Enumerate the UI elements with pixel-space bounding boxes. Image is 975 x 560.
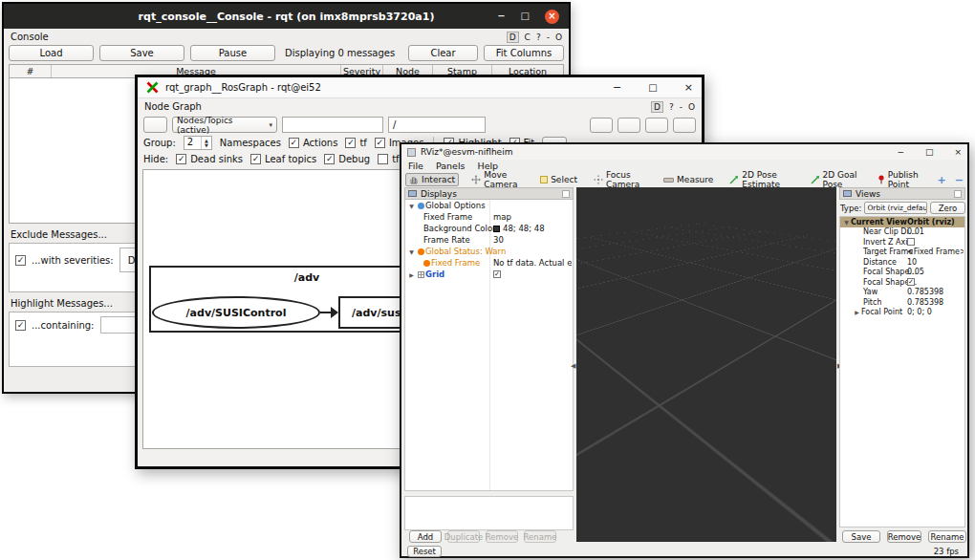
checkbox[interactable]: ✓ — [176, 154, 186, 164]
dock-button[interactable]: ? — [536, 32, 541, 42]
zero-button[interactable]: Zero — [930, 202, 965, 214]
clear-button[interactable]: Clear — [408, 45, 478, 61]
checkbox[interactable] — [907, 238, 915, 246]
pause-button[interactable]: Pause — [190, 45, 275, 61]
property-value[interactable]: 48; 48; 48 — [493, 224, 572, 233]
dock-button[interactable]: D — [507, 32, 519, 43]
checkbox[interactable]: ✓ — [324, 154, 335, 164]
checkbox[interactable]: ✓ — [907, 278, 915, 286]
topic-filter-input[interactable]: / — [388, 117, 486, 133]
property-value[interactable]: 0.785398 — [907, 288, 964, 296]
property-value[interactable]: ✓ — [493, 270, 572, 278]
view-row[interactable]: Distance 10 — [840, 257, 964, 268]
view-row[interactable]: Focal Shape... 0.05 — [840, 268, 964, 278]
rename-display-button[interactable]: Rename — [524, 530, 556, 543]
graph-type-combo[interactable]: Nodes/Topics (active) ▾ — [172, 117, 277, 133]
remove-view-button[interactable]: Remove — [887, 530, 921, 543]
duplicate-display-button[interactable]: Duplicate — [447, 530, 480, 543]
float-panel-button[interactable] — [954, 190, 962, 198]
fit-columns-button[interactable]: Fit Columns — [484, 45, 564, 61]
minimize-icon[interactable]: − — [497, 11, 505, 21]
maximize-icon[interactable]: □ — [925, 147, 934, 157]
expander-icon[interactable]: ▼ — [407, 248, 416, 255]
menu-file[interactable]: File — [408, 161, 423, 171]
dead-sinks-checkbox-item[interactable]: ✓ Dead sinks — [176, 154, 243, 164]
dock-button[interactable]: ? — [669, 102, 674, 112]
add-tool-button[interactable]: + — [938, 175, 946, 185]
debug-checkbox-item[interactable]: ✓ Debug — [324, 154, 370, 164]
render-viewport[interactable] — [576, 187, 836, 542]
property-value[interactable]: No tf data. Actual error: ... — [493, 258, 572, 268]
dock-button[interactable]: D — [651, 101, 663, 113]
expander-icon[interactable]: ▼ — [842, 219, 851, 226]
view-row[interactable]: Focal Shape... ✓ — [840, 277, 964, 288]
view-row[interactable]: ▶ Focal Point 0; 0; 0 — [840, 308, 964, 318]
remove-display-button[interactable]: Remove — [486, 530, 518, 543]
actions-checkbox-item[interactable]: ✓ Actions — [289, 138, 338, 148]
property-value[interactable]: <Fixed Frame> — [907, 248, 964, 256]
displays-panel-header[interactable]: Displays — [404, 187, 574, 200]
tf-hide-checkbox-item[interactable]: tf — [378, 154, 399, 164]
property-row[interactable]: ▶ Grid ✓ — [405, 269, 573, 280]
rename-view-button[interactable]: Rename — [928, 530, 966, 543]
graph-action-button[interactable] — [673, 118, 696, 133]
remove-tool-button[interactable]: − — [955, 175, 964, 185]
checkbox[interactable] — [378, 154, 388, 164]
dock-button[interactable]: - — [680, 102, 682, 112]
checkbox[interactable]: ✓ — [250, 154, 261, 164]
dock-button[interactable]: O — [688, 102, 695, 112]
maximize-icon[interactable]: □ — [648, 82, 657, 93]
tf-group-checkbox-item[interactable]: ✓ tf — [345, 138, 366, 148]
expander-icon[interactable]: ▶ — [407, 271, 416, 278]
property-row[interactable]: ▼ Global Status: Warn — [405, 246, 573, 257]
group-depth-spinner[interactable]: 2 ▲ ▼ — [184, 136, 212, 150]
graph-action-button[interactable] — [590, 118, 613, 133]
view-row[interactable]: ▼ Current View Orbit (rviz) — [840, 217, 964, 227]
save-button[interactable]: Save — [99, 45, 184, 61]
view-row[interactable]: Yaw 0.785398 — [840, 288, 964, 298]
property-value[interactable]: 0.05 — [907, 268, 964, 276]
interact-tool[interactable]: Interact — [405, 173, 459, 186]
column-header[interactable]: # — [10, 65, 52, 77]
titlebar[interactable]: rqt_graph__RosGraph - rqt@ei52 − □ × — [138, 77, 702, 98]
maximize-icon[interactable]: □ — [521, 11, 530, 21]
view-row[interactable]: Invert Z Axis — [840, 237, 964, 248]
expander-icon[interactable]: ▶ — [853, 309, 861, 315]
view-row[interactable]: Pitch 0.785398 — [840, 297, 964, 308]
property-value[interactable]: 0; 0; 0 — [907, 308, 964, 316]
spinner-arrows[interactable]: ▲ ▼ — [201, 137, 211, 149]
property-value[interactable]: map — [493, 212, 572, 222]
checkbox[interactable]: ✓ — [375, 138, 385, 148]
node-filter-input[interactable] — [282, 117, 383, 133]
dock-button[interactable]: O — [555, 32, 562, 42]
minimize-icon[interactable]: − — [897, 147, 904, 157]
property-value[interactable]: 10 — [907, 258, 964, 267]
property-row[interactable]: Fixed Frame map — [405, 211, 573, 223]
select-tool[interactable]: Select — [536, 173, 581, 186]
graph-action-button[interactable] — [618, 118, 640, 133]
views-panel-header[interactable]: Views — [839, 187, 965, 200]
minimize-icon[interactable]: − — [613, 81, 621, 94]
property-value[interactable]: 0.01 — [907, 227, 964, 236]
property-value[interactable] — [907, 238, 964, 246]
property-row[interactable]: Background Color 48; 48; 48 — [405, 223, 573, 234]
highlight-containing-checkbox[interactable]: ✓ — [15, 320, 26, 331]
property-row[interactable]: ▼ Global Options — [405, 200, 573, 211]
dock-button[interactable]: - — [547, 32, 550, 42]
leaf-topics-checkbox-item[interactable]: ✓ Leaf topics — [250, 154, 316, 164]
property-row[interactable]: Frame Rate 30 — [405, 234, 573, 246]
graph-action-button[interactable] — [645, 118, 668, 133]
refresh-button[interactable] — [143, 117, 167, 133]
view-row[interactable]: Near Clip Di... 0.01 — [840, 227, 964, 238]
property-row[interactable]: Fixed Frame No tf data. Actual error: ..… — [405, 257, 573, 269]
close-icon[interactable]: × — [545, 10, 559, 24]
titlebar[interactable]: rqt_console__Console - rqt (on imx8mprsb… — [4, 4, 569, 29]
view-row[interactable]: Target Frame <Fixed Frame> — [840, 248, 964, 258]
float-panel-button[interactable] — [562, 190, 570, 198]
save-view-button[interactable]: Save — [842, 530, 880, 543]
close-icon[interactable]: × — [684, 81, 693, 94]
add-display-button[interactable]: Add — [409, 530, 442, 543]
expander-icon[interactable]: ▼ — [407, 203, 416, 209]
reset-button[interactable]: Reset — [407, 546, 442, 557]
close-icon[interactable]: × — [954, 147, 962, 157]
